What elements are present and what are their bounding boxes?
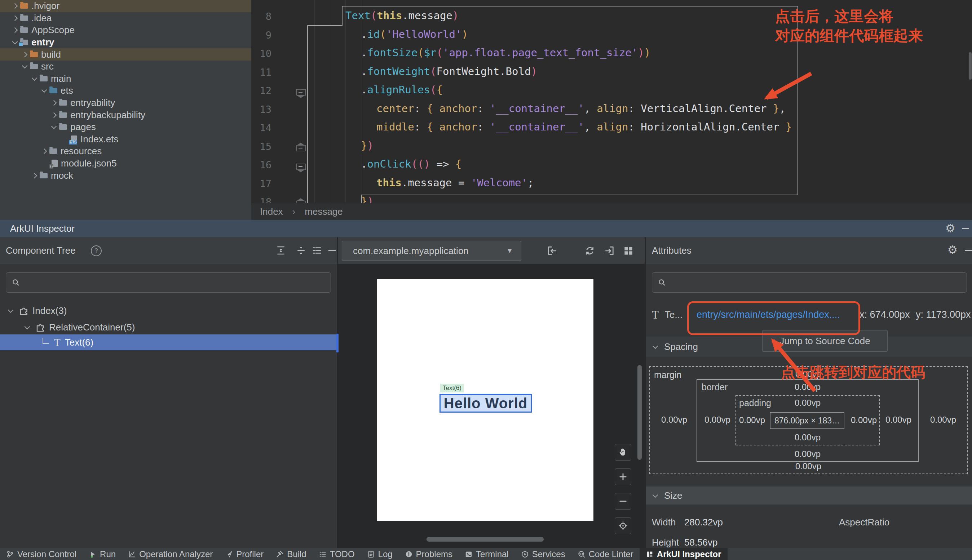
code-line-18[interactable]: }) (361, 195, 374, 203)
device-preview-canvas[interactable]: Text(6) Hello World (377, 279, 593, 521)
preview-vertical-scrollbar[interactable] (638, 365, 642, 460)
chevron-down-icon[interactable] (11, 41, 19, 43)
tree-item-idea[interactable]: .idea (0, 12, 251, 25)
chevron-right-icon[interactable] (11, 4, 19, 8)
code-line-9[interactable]: .id('HelloWorld') (361, 28, 468, 40)
tree-item-pages[interactable]: pages (0, 121, 251, 133)
toolwindow-log[interactable]: Log (361, 548, 399, 560)
tree-item-src[interactable]: src (0, 60, 251, 73)
chevron-right-icon[interactable] (11, 16, 19, 20)
tree-item-entry[interactable]: entry (0, 37, 251, 48)
tree-item-index[interactable]: Index(3) (0, 303, 337, 318)
tree-item-hvigor[interactable]: .hvigor (0, 0, 251, 12)
preview-horizontal-scrollbar[interactable] (426, 537, 544, 542)
component-tree-search-input[interactable] (6, 272, 331, 293)
margin-left-value: 0.00vp (661, 415, 687, 425)
toolwindow-services[interactable]: Services (515, 548, 571, 560)
zoom-in-button[interactable] (615, 468, 631, 485)
source-code-link[interactable]: entry/src/main/ets/pages/Index.... (696, 309, 840, 320)
tree-item-resources[interactable]: resources (0, 145, 251, 157)
margin-bottom-value: 0.00vp (650, 461, 967, 472)
code-line-10[interactable]: .fontSize($r('app.float.page_text_font_s… (361, 47, 650, 59)
toolwindow-run[interactable]: Run (83, 548, 122, 560)
toolwindow-version-control[interactable]: Version Control (0, 548, 83, 560)
code-line-12[interactable]: .alignRules({ (361, 83, 443, 96)
chevron-down-icon[interactable] (40, 89, 48, 92)
content-size-box[interactable]: 876.00px × 183… (770, 412, 844, 429)
tree-item-entryability[interactable]: entryability (0, 97, 251, 109)
fold-marker-line-16[interactable] (296, 163, 306, 170)
padding-box: padding 0.00vp 0.00vp 0.00vp 0.00vp 876.… (735, 395, 880, 445)
refresh-icon[interactable] (584, 245, 596, 257)
hide-tree-icon[interactable] (327, 245, 337, 256)
line-number-13: 13 (251, 104, 272, 115)
tree-item-build[interactable]: build (0, 48, 251, 60)
chevron-down-icon[interactable] (30, 77, 38, 80)
breadcrumb-index[interactable]: Index (260, 206, 283, 217)
tree-item-ets[interactable]: ets (0, 85, 251, 97)
tree-item-entrybackupability[interactable]: entrybackupability (0, 109, 251, 121)
code-line-17[interactable]: this.message = 'Welcome'; (376, 177, 534, 189)
tree-item-relativecontainer[interactable]: RelativeContainer(5) (0, 320, 337, 334)
toolwindow-operation-analyzer[interactable]: Operation Analyzer (122, 548, 219, 560)
code-line-15[interactable]: }) (361, 140, 374, 152)
toolwindow-label: Version Control (17, 549, 77, 559)
help-icon[interactable]: ? (91, 245, 102, 256)
toolwindow-profiler[interactable]: Profiler (219, 548, 270, 560)
arkui-inspector-title: ArkUI Inspector (10, 223, 75, 234)
code-line-14[interactable]: middle: { anchor: '__container__', align… (376, 121, 792, 133)
breadcrumb-message[interactable]: message (305, 206, 343, 217)
chevron-right-icon[interactable] (11, 28, 19, 32)
fold-marker-line-18[interactable] (296, 201, 306, 203)
import-layout-icon[interactable] (546, 245, 558, 257)
toolwindow-terminal[interactable]: Terminal (459, 548, 515, 560)
editor-scrollbar[interactable] (969, 52, 972, 80)
tree-item-module-json5[interactable]: module.json5 (0, 157, 251, 170)
size-section-header[interactable]: Size (646, 487, 972, 505)
width-value[interactable]: 280.32vp (684, 517, 723, 528)
toolwindow-problems[interactable]: Problems (399, 548, 459, 560)
hide-panel-icon[interactable] (962, 228, 969, 229)
attributes-settings-gear-icon[interactable]: ⚙ (947, 244, 958, 255)
border-bottom-value: 0.00vp (697, 449, 918, 459)
hello-world-selection[interactable]: Hello World (439, 394, 532, 413)
list-view-icon[interactable] (312, 245, 322, 256)
attributes-hide-icon[interactable] (965, 250, 972, 251)
chevron-right-icon[interactable] (40, 149, 48, 153)
chevron-right-icon[interactable] (50, 101, 58, 105)
chevron-right-icon[interactable] (50, 113, 58, 117)
code-line-16[interactable]: .onClick(() => { (361, 158, 461, 170)
code-line-11[interactable]: .fontWeight(FontWeight.Bold) (361, 65, 537, 77)
collapse-all-icon[interactable] (296, 245, 306, 256)
chevron-down-icon[interactable] (7, 310, 14, 312)
pan-hand-button[interactable] (615, 444, 631, 460)
tree-item-main[interactable]: main (0, 73, 251, 85)
fold-marker-line-12[interactable] (296, 89, 306, 95)
tree-item-index-ets[interactable]: Index.ets (0, 133, 251, 146)
tree-item-mock[interactable]: mock (0, 169, 251, 182)
code-line-13[interactable]: center: { anchor: '__container__', align… (376, 102, 786, 115)
chevron-right-icon[interactable] (30, 174, 38, 178)
chevron-down-icon[interactable] (20, 65, 28, 68)
expand-all-icon[interactable] (276, 245, 286, 256)
chevron-down-icon[interactable] (23, 326, 31, 328)
tree-item-appscope[interactable]: AppScope (0, 24, 251, 37)
fold-marker-line-15[interactable] (296, 145, 306, 152)
chevron-right-icon[interactable] (20, 53, 28, 57)
toolwindow-code-linter[interactable]: Code Linter (571, 548, 640, 560)
toolwindow-todo[interactable]: TODO (312, 548, 361, 560)
chevron-down-icon (651, 494, 659, 497)
locate-component-button[interactable] (615, 517, 631, 534)
chevron-down-icon[interactable] (50, 126, 58, 128)
toolwindow-build[interactable]: Build (270, 548, 312, 560)
attributes-search-input[interactable] (652, 272, 967, 293)
height-value[interactable]: 58.56vp (684, 537, 718, 548)
tree-item-text-selected[interactable]: T Text(6) (0, 334, 337, 350)
zoom-out-button[interactable] (615, 493, 631, 510)
app-package-dropdown[interactable]: com.example.myapplication ▼ (342, 241, 521, 261)
grid-view-icon[interactable] (623, 245, 634, 257)
settings-gear-icon[interactable]: ⚙ (945, 223, 955, 234)
toolwindow-arkui-inspector[interactable]: ArkUI Inspector (640, 548, 728, 560)
code-line-8[interactable]: Text(this.message) (346, 9, 459, 22)
export-layout-icon[interactable] (604, 245, 615, 257)
